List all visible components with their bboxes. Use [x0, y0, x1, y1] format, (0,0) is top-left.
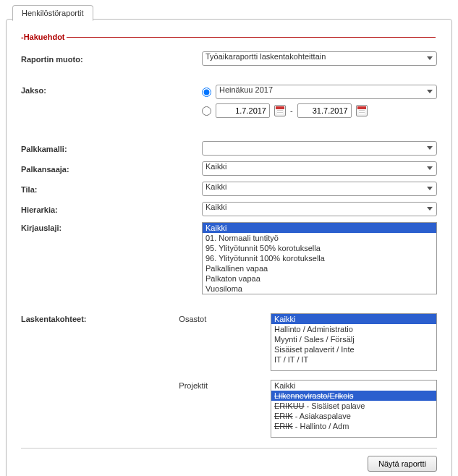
tab-label: Henkilöstöraportit — [22, 9, 84, 17]
label-projektit: Projektit — [179, 380, 271, 390]
kirjauslaji-option[interactable]: Kaikki — [203, 223, 436, 233]
calendar-icon[interactable] — [356, 105, 368, 116]
show-report-label: Näytä raportti — [378, 459, 426, 468]
jakso-range-radio[interactable] — [202, 106, 211, 116]
calendar-icon[interactable] — [274, 105, 286, 116]
kirjauslaji-option[interactable]: 95. Ylityötunnit 50% korotuksella — [203, 243, 436, 253]
osastot-option[interactable]: Kaikki — [271, 314, 436, 324]
projektit-option[interactable]: ERIK - Asiakaspalave — [271, 411, 436, 421]
show-report-button[interactable]: Näytä raportti — [368, 456, 437, 472]
label-palkkamalli: Palkkamalli: — [21, 143, 202, 153]
jakso-period-radio[interactable] — [202, 88, 211, 97]
hierarkia-value: Kaikki — [205, 203, 226, 211]
raportin-muoto-select[interactable]: Työaikaraportti laskentakohteittain — [202, 51, 437, 66]
label-osastot: Osastot — [179, 313, 271, 323]
palkansaaja-value: Kaikki — [205, 162, 226, 171]
osastot-option[interactable]: IT / IT / IT — [271, 354, 436, 365]
fieldset-title-text: Hakuehdot — [24, 33, 65, 41]
label-jakso: Jakso: — [21, 85, 202, 95]
tila-select[interactable]: Kaikki — [202, 182, 437, 196]
jakso-from-input[interactable] — [216, 103, 270, 118]
palkkamalli-select[interactable] — [202, 141, 437, 156]
kirjauslaji-option[interactable]: Palkallinen vapaa — [203, 263, 436, 273]
raportin-muoto-value: Työaikaraportti laskentakohteittain — [205, 52, 326, 61]
projektit-option[interactable]: ERIKUU - Sisäiset palave — [271, 401, 436, 411]
kirjauslaji-option[interactable]: 96. Ylityötunnit 100% korotuksella — [203, 253, 436, 263]
fieldset-title: - Hakuehdot — [21, 33, 437, 41]
label-tila: Tila: — [21, 184, 202, 194]
projektit-option[interactable]: Liikennevirasto/Erikois — [271, 391, 436, 401]
osastot-option[interactable]: Hallinto / Administratio — [271, 324, 436, 334]
jakso-period-select[interactable]: Heinäkuu 2017 — [216, 85, 437, 99]
label-laskentakohteet: Laskentakohteet: — [21, 313, 179, 323]
projektit-option[interactable]: ERIK - Hallinto / Adm — [271, 421, 436, 431]
osastot-option[interactable]: Myynti / Sales / Försälj — [271, 334, 436, 344]
projektit-listbox[interactable]: KaikkiLiikennevirasto/ErikoisERIKUU - Si… — [271, 380, 437, 438]
label-kirjauslaji: Kirjauslaji: — [21, 222, 202, 232]
jakso-period-value: Heinäkuu 2017 — [219, 85, 273, 94]
date-separator: - — [290, 106, 293, 115]
label-raportin-muoto: Raportin muoto: — [21, 54, 202, 64]
projektit-option[interactable]: Kaikki — [271, 381, 436, 391]
kirjauslaji-option[interactable]: 01. Normaali tuntityö — [203, 233, 436, 243]
label-hierarkia: Hierarkia: — [21, 204, 202, 214]
hierarkia-select[interactable]: Kaikki — [202, 202, 437, 216]
osastot-listbox[interactable]: KaikkiHallinto / AdministratioMyynti / S… — [271, 313, 437, 371]
palkansaaja-select[interactable]: Kaikki — [202, 161, 437, 176]
osastot-option[interactable]: Sisäiset palaverit / Inte — [271, 344, 436, 354]
report-panel: Henkilöstöraportit - Hakuehdot Raportin … — [6, 19, 452, 476]
jakso-to-input[interactable] — [297, 103, 352, 118]
kirjauslaji-option[interactable]: Palkaton vapaa — [203, 273, 436, 284]
tab-henkilostoraportit[interactable]: Henkilöstöraportit — [12, 5, 93, 21]
tila-value: Kaikki — [205, 182, 226, 191]
label-palkansaaja: Palkansaaja: — [21, 163, 202, 174]
kirjauslaji-listbox[interactable]: Kaikki01. Normaali tuntityö95. Ylityötun… — [202, 222, 437, 294]
kirjauslaji-option[interactable]: Vuosiloma — [203, 284, 436, 294]
